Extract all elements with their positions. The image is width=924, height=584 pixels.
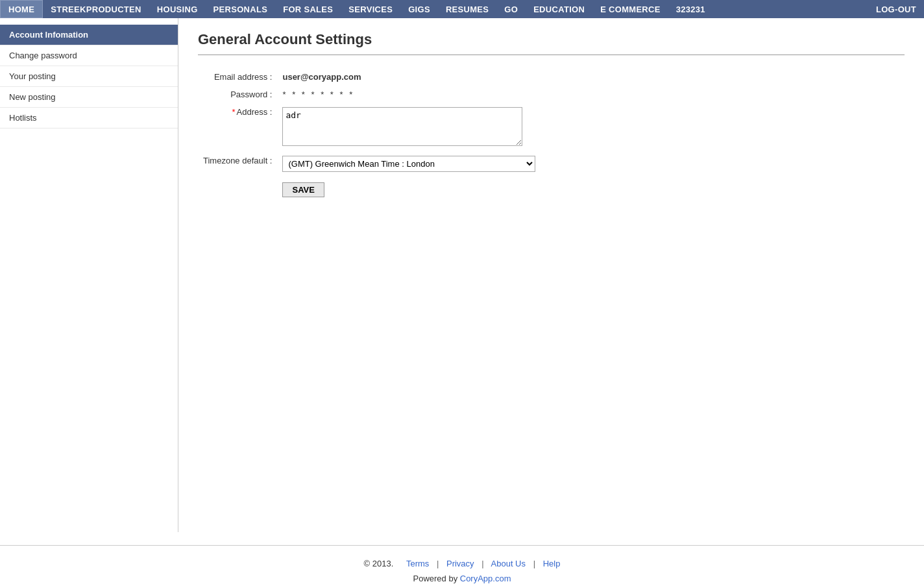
email-label: Email address : xyxy=(198,68,277,86)
address-textarea[interactable]: adr xyxy=(282,107,522,146)
footer-links: © 2013. Terms | Privacy | About Us | Hel… xyxy=(13,559,911,568)
nav-resumes[interactable]: RESUMES xyxy=(438,0,496,18)
sidebar: Account Infomation Change password Your … xyxy=(0,18,178,532)
sidebar-item-account-info[interactable]: Account Infomation xyxy=(0,25,178,45)
password-label: Password : xyxy=(198,86,277,103)
nav-home[interactable]: HOME xyxy=(0,0,43,18)
password-value-cell: * * * * * * * * xyxy=(277,86,541,103)
logout-button[interactable]: LOG-OUT xyxy=(868,0,924,18)
required-star: * xyxy=(232,107,235,117)
save-cell: SAVE xyxy=(277,176,541,201)
nav-go[interactable]: GO xyxy=(496,0,526,18)
page-container: Account Infomation Change password Your … xyxy=(0,18,924,532)
footer: © 2013. Terms | Privacy | About Us | Hel… xyxy=(0,545,924,584)
powered-by-text: Powered by xyxy=(413,574,459,583)
footer-help-link[interactable]: Help xyxy=(543,559,561,568)
footer-copyright: © 2013. xyxy=(364,559,394,568)
coryapp-link[interactable]: CoryApp.com xyxy=(460,574,511,583)
save-button[interactable]: SAVE xyxy=(282,182,324,197)
page-title: General Account Settings xyxy=(198,31,905,48)
save-row: SAVE xyxy=(198,176,541,201)
main-content: General Account Settings Email address :… xyxy=(178,18,924,532)
account-form: Email address : user@coryapp.com Passwor… xyxy=(198,68,541,201)
address-row: *Address : adr xyxy=(198,103,541,152)
nav-323231[interactable]: 323231 xyxy=(668,0,713,18)
nav-for-sales[interactable]: FOR SALES xyxy=(275,0,341,18)
footer-sep4: | xyxy=(533,559,535,568)
sidebar-item-change-password[interactable]: Change password xyxy=(0,45,178,66)
title-divider xyxy=(198,55,905,55)
footer-sep3: | xyxy=(481,559,483,568)
nav-education[interactable]: EDUCATION xyxy=(526,0,592,18)
email-value: user@coryapp.com xyxy=(282,72,361,82)
sidebar-item-your-posting[interactable]: Your posting xyxy=(0,66,178,87)
nav-services[interactable]: SERVICES xyxy=(341,0,400,18)
email-row: Email address : user@coryapp.com xyxy=(198,68,541,86)
nav-personals[interactable]: PERSONALS xyxy=(206,0,276,18)
timezone-row: Timezone default : (GMT) Greenwich Mean … xyxy=(198,152,541,176)
nav-housing[interactable]: HOUSING xyxy=(149,0,206,18)
footer-sep2: | xyxy=(437,559,439,568)
footer-terms-link[interactable]: Terms xyxy=(406,559,429,568)
nav-gigs[interactable]: GIGS xyxy=(400,0,438,18)
password-row: Password : * * * * * * * * xyxy=(198,86,541,103)
footer-about-link[interactable]: About Us xyxy=(491,559,526,568)
footer-privacy-link[interactable]: Privacy xyxy=(446,559,474,568)
address-label: *Address : xyxy=(198,103,277,152)
nav-ecommerce[interactable]: E COMMERCE xyxy=(592,0,668,18)
main-nav: HOME STREEKPRODUCTEN HOUSING PERSONALS F… xyxy=(0,0,924,18)
nav-streekproducten[interactable]: STREEKPRODUCTEN xyxy=(43,0,149,18)
password-value: * * * * * * * * xyxy=(282,90,354,99)
powered-by: Powered by CoryApp.com xyxy=(13,574,911,583)
sidebar-item-new-posting[interactable]: New posting xyxy=(0,87,178,108)
timezone-cell: (GMT) Greenwich Mean Time : London(GMT-0… xyxy=(277,152,541,176)
timezone-label: Timezone default : xyxy=(198,152,277,176)
address-cell: adr xyxy=(277,103,541,152)
timezone-select[interactable]: (GMT) Greenwich Mean Time : London(GMT-0… xyxy=(282,156,535,172)
email-value-cell: user@coryapp.com xyxy=(277,68,541,86)
sidebar-item-hotlists[interactable]: Hotlists xyxy=(0,108,178,128)
